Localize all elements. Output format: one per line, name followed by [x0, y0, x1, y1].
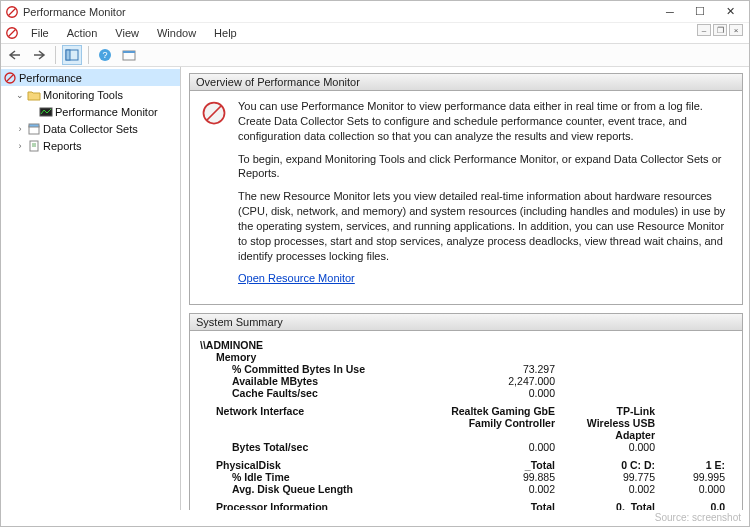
- menubar: File Action View Window Help: [1, 23, 749, 43]
- tree-label: Performance Monitor: [55, 106, 158, 118]
- disk-col3: 1 E:: [655, 459, 725, 471]
- tree-reports[interactable]: › Reports: [1, 137, 180, 154]
- back-button[interactable]: [5, 45, 25, 65]
- properties-button[interactable]: [119, 45, 139, 65]
- mdi-close-button[interactable]: ×: [729, 24, 743, 36]
- overview-p1: You can use Performance Monitor to view …: [238, 99, 732, 144]
- bytes-label: Bytes Total/sec: [200, 441, 400, 453]
- net-col1: Realtek Gaming GbE Family Controller: [400, 405, 555, 441]
- queue-v3: 0.000: [655, 483, 725, 495]
- bytes-v1: 0.000: [400, 441, 555, 453]
- cache-value: 0.000: [400, 387, 555, 399]
- close-button[interactable]: ✕: [715, 1, 745, 23]
- menu-action[interactable]: Action: [59, 25, 106, 41]
- overview-head: Overview of Performance Monitor: [190, 74, 742, 91]
- tree-data-collector-sets[interactable]: › Data Collector Sets: [1, 120, 180, 137]
- queue-v1: 0.002: [400, 483, 555, 495]
- mdi-restore-button[interactable]: ❐: [713, 24, 727, 36]
- window-title: Performance Monitor: [23, 6, 655, 18]
- svg-rect-14: [29, 124, 39, 127]
- show-hide-tree-button[interactable]: [62, 45, 82, 65]
- folder-icon: [27, 88, 41, 102]
- svg-text:?: ?: [102, 50, 107, 60]
- cache-label: Cache Faults/sec: [200, 387, 400, 399]
- open-resource-monitor-link[interactable]: Open Resource Monitor: [238, 272, 355, 284]
- committed-label: % Committed Bytes In Use: [200, 363, 400, 375]
- queue-label: Avg. Disk Queue Length: [200, 483, 400, 495]
- svg-line-1: [9, 8, 16, 15]
- overview-panel: Overview of Performance Monitor You can …: [189, 73, 743, 305]
- tree-label: Reports: [43, 140, 82, 152]
- host-name: \\ADMINONE: [200, 339, 736, 351]
- tree-label: Monitoring Tools: [43, 89, 123, 101]
- toolbar-separator: [88, 46, 89, 64]
- toolbar: ?: [1, 43, 749, 67]
- system-summary-panel: System Summary \\ADMINONE Memory % Commi…: [189, 313, 743, 510]
- expand-icon[interactable]: ⌄: [15, 90, 25, 100]
- app-icon: [5, 5, 19, 19]
- overview-icon: [200, 99, 228, 127]
- expand-icon[interactable]: ›: [15, 141, 25, 151]
- svg-rect-5: [66, 50, 70, 60]
- svg-line-3: [9, 30, 16, 37]
- app-menu-icon: [5, 26, 19, 40]
- idle-label: % Idle Time: [200, 471, 400, 483]
- titlebar: Performance Monitor ─ ☐ ✕: [1, 1, 749, 23]
- bytes-v2: 0.000: [555, 441, 655, 453]
- overview-p2: To begin, expand Monitoring Tools and cl…: [238, 152, 732, 182]
- tree-performance-monitor[interactable]: Performance Monitor: [1, 103, 180, 120]
- disk-label: PhysicalDisk: [200, 459, 400, 471]
- system-summary-body: \\ADMINONE Memory % Committed Bytes In U…: [190, 331, 742, 510]
- menu-window[interactable]: Window: [149, 25, 204, 41]
- reports-icon: [27, 139, 41, 153]
- toolbar-separator: [55, 46, 56, 64]
- tree-root-performance[interactable]: Performance: [1, 69, 180, 86]
- idle-v2: 99.775: [555, 471, 655, 483]
- svg-line-11: [7, 75, 13, 81]
- committed-value: 73.297: [400, 363, 555, 375]
- svg-rect-9: [123, 51, 135, 53]
- maximize-button[interactable]: ☐: [685, 1, 715, 23]
- queue-v2: 0.002: [555, 483, 655, 495]
- nav-tree: Performance ⌄ Monitoring Tools Performan…: [1, 67, 181, 510]
- disk-col1: _Total: [400, 459, 555, 471]
- memory-label: Memory: [200, 351, 400, 363]
- expand-icon[interactable]: ›: [15, 124, 25, 134]
- disk-col2: 0 C: D:: [555, 459, 655, 471]
- monitor-icon: [39, 105, 53, 119]
- overview-p3: The new Resource Monitor lets you view d…: [238, 189, 732, 263]
- collector-icon: [27, 122, 41, 136]
- menu-file[interactable]: File: [23, 25, 57, 41]
- tree-monitoring-tools[interactable]: ⌄ Monitoring Tools: [1, 86, 180, 103]
- footer-source: Source: screenshot: [1, 508, 749, 526]
- performance-icon: [3, 71, 17, 85]
- forward-button[interactable]: [29, 45, 49, 65]
- idle-v1: 99.885: [400, 471, 555, 483]
- net-col2: TP-Link Wireless USB Adapter: [555, 405, 655, 441]
- mdi-minimize-button[interactable]: –: [697, 24, 711, 36]
- tree-label: Data Collector Sets: [43, 123, 138, 135]
- system-summary-head: System Summary: [190, 314, 742, 331]
- tree-label: Performance: [19, 72, 82, 84]
- help-button[interactable]: ?: [95, 45, 115, 65]
- menu-view[interactable]: View: [107, 25, 147, 41]
- idle-v3: 99.995: [655, 471, 725, 483]
- minimize-button[interactable]: ─: [655, 1, 685, 23]
- content-area: Overview of Performance Monitor You can …: [181, 67, 749, 510]
- available-label: Available MBytes: [200, 375, 400, 387]
- menu-help[interactable]: Help: [206, 25, 245, 41]
- available-value: 2,247.000: [400, 375, 555, 387]
- net-label: Network Interface: [200, 405, 400, 441]
